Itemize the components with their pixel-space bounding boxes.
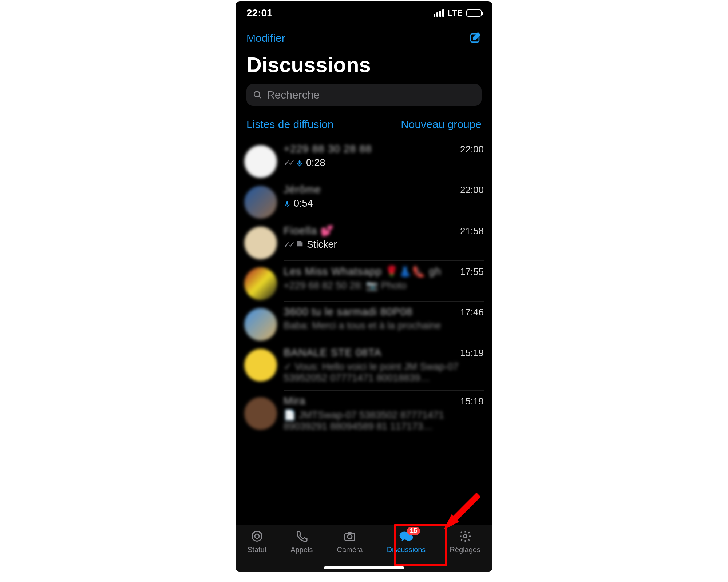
network-label: LTE [448,8,463,18]
chat-row[interactable]: BANALE STE 08TA 15:19 ✓ Vous: Hello voic… [236,342,492,391]
avatar [244,186,277,219]
chat-name: Mira [284,395,305,407]
chat-preview: Sticker [307,239,337,250]
svg-point-6 [255,534,259,538]
battery-icon [466,9,482,17]
chat-preview: Baba: Merci a tous et à la prochaine [284,320,441,331]
chat-time: 21:58 [460,226,484,237]
tab-status[interactable]: Statut [248,529,266,554]
compose-icon[interactable] [469,31,482,45]
phone-icon [296,529,308,543]
svg-rect-4 [286,201,288,205]
chat-time: 17:55 [460,266,484,278]
chat-row[interactable]: 3600 tu le sarmadi 80P08 17:46 Baba: Mer… [236,302,492,342]
svg-line-2 [259,96,261,98]
status-icon [250,529,264,543]
chat-name: Fioella 💕 [284,224,334,237]
avatar [244,145,277,178]
voice-duration: 0:28 [306,157,325,168]
tab-label: Réglages [450,546,480,554]
chat-row[interactable]: Les Miss Whatsapp 🌹👗👠 gh 17:55 +229 68 8… [236,261,492,302]
voice-duration: 0:54 [294,198,313,209]
phone-frame: 22:01 LTE Modifier Discussions Recherche… [236,1,492,572]
gear-icon [459,529,472,543]
search-icon [253,90,262,100]
read-ticks-icon: ✓✓ [284,158,293,168]
chat-row[interactable]: Mira 15:19 📄 JMTSwap-07 5383502 87771471… [236,391,492,439]
avatar [244,349,277,382]
tab-discussions[interactable]: 15 Discussions [387,529,426,554]
broadcast-lists-link[interactable]: Listes de diffusion [246,118,334,131]
chat-name: BANALE STE 08TA [284,347,381,359]
nav-bar: Modifier [236,25,492,47]
home-indicator [324,566,404,569]
chat-preview: 📄 JMTSwap-07 5383502 87771471 89039291 8… [284,409,473,432]
edit-button[interactable]: Modifier [246,32,285,44]
chat-name: Les Miss Whatsapp 🌹👗👠 gh [284,265,441,278]
svg-point-11 [463,535,467,538]
avatar [244,267,277,300]
tab-label: Appels [290,546,313,554]
search-input[interactable]: Recherche [246,84,482,106]
signal-icon [434,9,444,17]
avatar [244,308,277,341]
tab-label: Discussions [387,546,426,554]
tab-camera[interactable]: Caméra [337,529,363,554]
status-bar: 22:01 LTE [236,1,492,25]
microphone-icon [296,157,303,168]
svg-rect-3 [299,160,301,164]
chat-time: 15:19 [460,347,484,359]
tab-label: Caméra [337,546,363,554]
chat-preview: ✓ Vous: Hello voici le point JM Swap-07 … [284,361,473,384]
chat-name: 3600 tu le sarmadi 80P08 [284,306,413,318]
avatar [244,227,277,259]
chat-row[interactable]: Jérôme 22:00 0:54 [236,179,492,220]
camera-icon [343,529,356,543]
chat-preview: +229 68 82 50 28: 📷 Photo [284,280,407,291]
chat-name: Jérôme [284,184,321,196]
chat-row[interactable]: +229 88 30 28 88 22:00 ✓✓ 0:28 [236,139,492,179]
tab-bar: Statut Appels Caméra 15 Discussions [236,525,492,572]
chat-bubbles-icon: 15 [399,529,414,543]
unread-badge: 15 [407,527,420,535]
sticker-icon [296,239,304,250]
clock: 22:01 [246,7,273,19]
new-group-link[interactable]: Nouveau groupe [401,118,482,131]
avatar [244,397,277,430]
chat-name: +229 88 30 28 88 [284,143,372,155]
chat-time: 17:46 [460,307,484,318]
page-title: Discussions [236,47,492,84]
chat-row[interactable]: Fioella 💕 21:58 ✓✓ Sticker [236,220,492,261]
tab-settings[interactable]: Réglages [450,529,480,554]
tab-calls[interactable]: Appels [290,529,313,554]
svg-point-1 [254,91,260,97]
chat-time: 15:19 [460,396,484,407]
microphone-icon [284,198,291,209]
chat-time: 22:00 [460,184,484,196]
chat-list: +229 88 30 28 88 22:00 ✓✓ 0:28 Jérôme 22… [236,139,492,525]
chat-time: 22:00 [460,144,484,155]
search-placeholder: Recherche [267,89,320,101]
read-ticks-icon: ✓✓ [284,240,293,250]
svg-point-5 [252,531,262,541]
tab-label: Statut [248,546,266,554]
svg-point-8 [348,535,352,539]
